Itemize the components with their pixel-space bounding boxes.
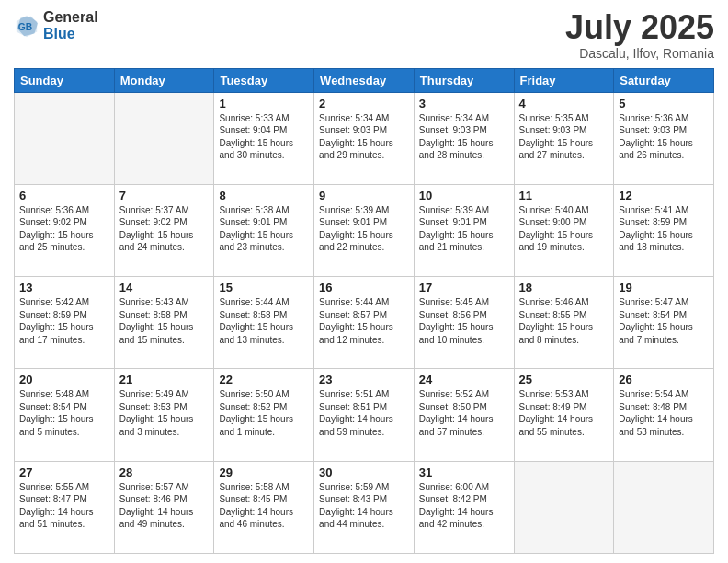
table-row: 11Sunrise: 5:40 AM Sunset: 9:00 PM Dayli… xyxy=(514,184,614,276)
logo: GB General Blue xyxy=(14,9,98,41)
table-row: 21Sunrise: 5:49 AM Sunset: 8:53 PM Dayli… xyxy=(114,369,214,461)
table-row: 15Sunrise: 5:44 AM Sunset: 8:58 PM Dayli… xyxy=(214,277,314,369)
day-number: 16 xyxy=(319,281,409,294)
day-info: Sunrise: 5:47 AM Sunset: 8:54 PM Dayligh… xyxy=(619,296,709,346)
table-row: 23Sunrise: 5:51 AM Sunset: 8:51 PM Dayli… xyxy=(314,369,415,461)
table-row: 25Sunrise: 5:53 AM Sunset: 8:49 PM Dayli… xyxy=(514,369,614,461)
day-info: Sunrise: 5:44 AM Sunset: 8:57 PM Dayligh… xyxy=(319,296,409,346)
day-number: 26 xyxy=(619,373,709,386)
day-number: 28 xyxy=(119,465,210,479)
day-info: Sunrise: 5:40 AM Sunset: 9:00 PM Dayligh… xyxy=(519,204,609,254)
day-number: 21 xyxy=(119,373,210,386)
day-info: Sunrise: 5:35 AM Sunset: 9:03 PM Dayligh… xyxy=(519,112,609,162)
day-number: 25 xyxy=(519,373,609,386)
day-info: Sunrise: 5:36 AM Sunset: 9:03 PM Dayligh… xyxy=(619,112,709,162)
table-row: 2Sunrise: 5:34 AM Sunset: 9:03 PM Daylig… xyxy=(314,92,415,184)
table-row: 13Sunrise: 5:42 AM Sunset: 8:59 PM Dayli… xyxy=(15,277,115,369)
day-number: 11 xyxy=(519,189,609,202)
table-row: 10Sunrise: 5:39 AM Sunset: 9:01 PM Dayli… xyxy=(414,184,514,276)
day-info: Sunrise: 5:39 AM Sunset: 9:01 PM Dayligh… xyxy=(419,204,509,254)
day-info: Sunrise: 5:41 AM Sunset: 8:59 PM Dayligh… xyxy=(619,204,709,254)
table-row: 8Sunrise: 5:38 AM Sunset: 9:01 PM Daylig… xyxy=(214,184,314,276)
table-row: 14Sunrise: 5:43 AM Sunset: 8:58 PM Dayli… xyxy=(114,277,214,369)
table-row: 27Sunrise: 5:55 AM Sunset: 8:47 PM Dayli… xyxy=(15,461,115,553)
day-number: 6 xyxy=(19,189,109,202)
day-info: Sunrise: 5:57 AM Sunset: 8:46 PM Dayligh… xyxy=(119,481,210,531)
day-number: 4 xyxy=(519,97,609,110)
day-info: Sunrise: 5:54 AM Sunset: 8:48 PM Dayligh… xyxy=(619,388,709,438)
header-thursday: Thursday xyxy=(414,68,514,92)
day-number: 9 xyxy=(319,189,409,202)
table-row: 24Sunrise: 5:52 AM Sunset: 8:50 PM Dayli… xyxy=(414,369,514,461)
header-saturday: Saturday xyxy=(614,68,714,92)
page: GB General Blue July 2025 Dascalu, Ilfov… xyxy=(0,0,728,563)
day-info: Sunrise: 5:34 AM Sunset: 9:03 PM Dayligh… xyxy=(319,112,409,162)
table-row: 7Sunrise: 5:37 AM Sunset: 9:02 PM Daylig… xyxy=(114,184,214,276)
day-number: 8 xyxy=(219,189,309,202)
day-info: Sunrise: 6:00 AM Sunset: 8:42 PM Dayligh… xyxy=(419,481,509,531)
table-row: 16Sunrise: 5:44 AM Sunset: 8:57 PM Dayli… xyxy=(314,277,415,369)
header-monday: Monday xyxy=(114,68,214,92)
day-number: 19 xyxy=(619,281,709,294)
table-row xyxy=(15,92,115,184)
day-info: Sunrise: 5:36 AM Sunset: 9:02 PM Dayligh… xyxy=(19,204,109,254)
table-row xyxy=(114,92,214,184)
day-number: 24 xyxy=(419,373,509,386)
day-info: Sunrise: 5:42 AM Sunset: 8:59 PM Dayligh… xyxy=(19,296,109,346)
table-row: 6Sunrise: 5:36 AM Sunset: 9:02 PM Daylig… xyxy=(15,184,115,276)
svg-text:GB: GB xyxy=(18,21,32,31)
header-friday: Friday xyxy=(514,68,614,92)
day-info: Sunrise: 5:37 AM Sunset: 9:02 PM Dayligh… xyxy=(119,204,210,254)
table-row: 5Sunrise: 5:36 AM Sunset: 9:03 PM Daylig… xyxy=(614,92,714,184)
calendar-week-row: 13Sunrise: 5:42 AM Sunset: 8:59 PM Dayli… xyxy=(15,277,714,369)
day-number: 31 xyxy=(419,465,509,479)
header: GB General Blue July 2025 Dascalu, Ilfov… xyxy=(14,9,714,61)
table-row: 3Sunrise: 5:34 AM Sunset: 9:03 PM Daylig… xyxy=(414,92,514,184)
day-info: Sunrise: 5:51 AM Sunset: 8:51 PM Dayligh… xyxy=(319,388,409,438)
day-info: Sunrise: 5:33 AM Sunset: 9:04 PM Dayligh… xyxy=(219,112,309,162)
table-row: 30Sunrise: 5:59 AM Sunset: 8:43 PM Dayli… xyxy=(314,461,415,553)
day-number: 13 xyxy=(19,281,109,294)
day-info: Sunrise: 5:46 AM Sunset: 8:55 PM Dayligh… xyxy=(519,296,609,346)
header-tuesday: Tuesday xyxy=(214,68,314,92)
table-row: 9Sunrise: 5:39 AM Sunset: 9:01 PM Daylig… xyxy=(314,184,415,276)
day-number: 7 xyxy=(119,189,210,202)
calendar-table: Sunday Monday Tuesday Wednesday Thursday… xyxy=(14,68,714,554)
table-row: 20Sunrise: 5:48 AM Sunset: 8:54 PM Dayli… xyxy=(15,369,115,461)
table-row: 26Sunrise: 5:54 AM Sunset: 8:48 PM Dayli… xyxy=(614,369,714,461)
day-number: 17 xyxy=(419,281,509,294)
header-sunday: Sunday xyxy=(15,68,115,92)
table-row xyxy=(514,461,614,553)
day-info: Sunrise: 5:55 AM Sunset: 8:47 PM Dayligh… xyxy=(19,481,109,531)
day-info: Sunrise: 5:38 AM Sunset: 9:01 PM Dayligh… xyxy=(219,204,309,254)
table-row: 28Sunrise: 5:57 AM Sunset: 8:46 PM Dayli… xyxy=(114,461,214,553)
day-info: Sunrise: 5:53 AM Sunset: 8:49 PM Dayligh… xyxy=(519,388,609,438)
calendar-header-row: Sunday Monday Tuesday Wednesday Thursday… xyxy=(15,68,714,92)
day-info: Sunrise: 5:50 AM Sunset: 8:52 PM Dayligh… xyxy=(219,388,309,438)
day-number: 23 xyxy=(319,373,409,386)
day-info: Sunrise: 5:52 AM Sunset: 8:50 PM Dayligh… xyxy=(419,388,509,438)
day-number: 12 xyxy=(619,189,709,202)
day-info: Sunrise: 5:39 AM Sunset: 9:01 PM Dayligh… xyxy=(319,204,409,254)
day-number: 5 xyxy=(619,97,709,110)
calendar-week-row: 6Sunrise: 5:36 AM Sunset: 9:02 PM Daylig… xyxy=(15,184,714,276)
day-number: 14 xyxy=(119,281,210,294)
logo-general: General xyxy=(43,9,98,26)
table-row: 22Sunrise: 5:50 AM Sunset: 8:52 PM Dayli… xyxy=(214,369,314,461)
day-number: 10 xyxy=(419,189,509,202)
day-number: 30 xyxy=(319,465,409,479)
day-info: Sunrise: 5:48 AM Sunset: 8:54 PM Dayligh… xyxy=(19,388,109,438)
table-row: 17Sunrise: 5:45 AM Sunset: 8:56 PM Dayli… xyxy=(414,277,514,369)
month-title: July 2025 xyxy=(565,9,714,46)
day-info: Sunrise: 5:45 AM Sunset: 8:56 PM Dayligh… xyxy=(419,296,509,346)
day-info: Sunrise: 5:59 AM Sunset: 8:43 PM Dayligh… xyxy=(319,481,409,531)
table-row: 4Sunrise: 5:35 AM Sunset: 9:03 PM Daylig… xyxy=(514,92,614,184)
calendar-week-row: 20Sunrise: 5:48 AM Sunset: 8:54 PM Dayli… xyxy=(15,369,714,461)
subtitle: Dascalu, Ilfov, Romania xyxy=(565,46,714,61)
day-number: 20 xyxy=(19,373,109,386)
table-row: 31Sunrise: 6:00 AM Sunset: 8:42 PM Dayli… xyxy=(414,461,514,553)
day-number: 2 xyxy=(319,97,409,110)
day-number: 15 xyxy=(219,281,309,294)
table-row: 19Sunrise: 5:47 AM Sunset: 8:54 PM Dayli… xyxy=(614,277,714,369)
table-row: 1Sunrise: 5:33 AM Sunset: 9:04 PM Daylig… xyxy=(214,92,314,184)
